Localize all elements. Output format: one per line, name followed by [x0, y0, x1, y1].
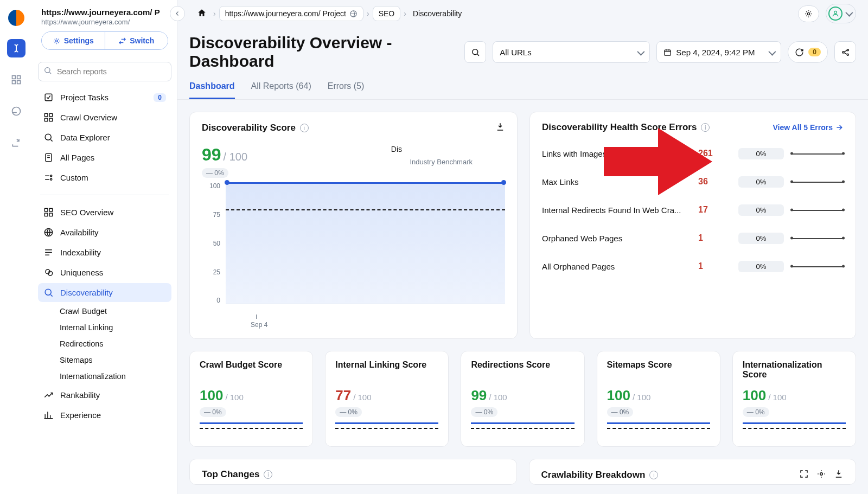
- top-changes-card: Top Changes i: [189, 459, 517, 485]
- svg-point-14: [50, 175, 52, 177]
- url-filter-dropdown[interactable]: All URLs: [493, 41, 650, 63]
- mini-score-denom: / 100: [353, 393, 371, 402]
- search-input[interactable]: [38, 62, 171, 81]
- error-row[interactable]: All Orphaned Pages 1 0%: [542, 260, 844, 273]
- subnav-internationalization[interactable]: Internationalization: [56, 368, 171, 384]
- mini-score-card[interactable]: Internationalization Score 100 / 100 — 0…: [732, 351, 856, 447]
- project-header: https://www.journeyera.com/ P https://ww…: [38, 8, 171, 54]
- nav-all-pages[interactable]: All Pages: [38, 148, 171, 167]
- refresh-button[interactable]: 0: [788, 41, 828, 63]
- settings-icon[interactable]: [816, 469, 826, 481]
- mini-score-value: 99: [471, 387, 487, 404]
- error-pct: 0%: [738, 176, 784, 188]
- mini-score-card[interactable]: Crawl Budget Score 100 / 100 — 0%: [189, 351, 313, 447]
- mini-score-value: 77: [335, 387, 351, 404]
- mini-score-value: 100: [743, 387, 766, 404]
- mini-score-title: Internal Linking Score: [335, 360, 438, 383]
- switch-button[interactable]: Switch: [105, 32, 168, 49]
- mini-score-delta: — 0%: [743, 407, 769, 417]
- nav-crawl-overview[interactable]: Crawl Overview: [38, 108, 171, 127]
- nav-indexability[interactable]: Indexability: [38, 243, 171, 262]
- error-pct: 0%: [738, 204, 784, 216]
- error-row[interactable]: Links with Images Missing Alt Tags 261 0…: [542, 147, 844, 160]
- error-sparkline: [792, 232, 844, 245]
- error-pct: 0%: [738, 233, 784, 244]
- collapse-sidebar-icon[interactable]: [170, 6, 185, 21]
- rail-export-icon[interactable]: [7, 133, 25, 152]
- svg-rect-7: [45, 94, 52, 101]
- score-delta: — 0%: [202, 168, 228, 178]
- nav-experience[interactable]: Experience: [38, 406, 171, 425]
- account-menu[interactable]: [826, 4, 856, 23]
- tab-errors[interactable]: Errors (5): [328, 81, 365, 99]
- rail-globe-icon[interactable]: [7, 102, 25, 120]
- nav-uniqueness[interactable]: Uniqueness: [38, 263, 171, 282]
- error-count: 1: [698, 261, 731, 271]
- svg-rect-28: [665, 50, 671, 55]
- rail-grid-icon[interactable]: [7, 70, 25, 89]
- mini-score-title: Internationalization Score: [743, 360, 846, 383]
- subnav-sitemaps[interactable]: Sitemaps: [56, 352, 171, 368]
- nav-rankability[interactable]: Rankability: [38, 386, 171, 405]
- error-name: All Orphaned Pages: [542, 262, 691, 271]
- error-row[interactable]: Internal Redirects Found In Web Cra... 1…: [542, 203, 844, 216]
- share-button[interactable]: [834, 41, 856, 63]
- mini-score-delta: — 0%: [200, 407, 226, 417]
- settings-button[interactable]: Settings: [42, 32, 105, 49]
- benchmark-label: Industry Benchmark: [410, 158, 473, 166]
- svg-point-6: [45, 68, 50, 73]
- app-logo: [8, 10, 24, 26]
- error-name: Links with Images Missing Alt Tags: [542, 149, 691, 158]
- crumb-seo[interactable]: SEO: [373, 6, 401, 21]
- error-count: 261: [698, 149, 731, 158]
- rail-projects-icon[interactable]: [7, 39, 25, 57]
- subnav-redirections[interactable]: Redirections: [56, 336, 171, 352]
- page-search-button[interactable]: [464, 41, 486, 63]
- info-icon[interactable]: i: [701, 123, 710, 132]
- error-row[interactable]: Max Links 36 0%: [542, 175, 844, 188]
- mini-score-title: Sitemaps Score: [607, 360, 710, 383]
- topbar: › https://www.journeyera.com/ Project › …: [177, 0, 868, 27]
- expand-icon[interactable]: [799, 469, 809, 481]
- info-icon[interactable]: i: [264, 470, 272, 479]
- mini-score-card[interactable]: Sitemaps Score 100 / 100 — 0%: [597, 351, 720, 447]
- svg-point-30: [847, 49, 848, 50]
- download-icon[interactable]: [495, 122, 505, 134]
- tab-dashboard[interactable]: Dashboard: [189, 81, 235, 99]
- nav-project-tasks[interactable]: Project Tasks 0: [38, 88, 171, 107]
- crumb-project[interactable]: https://www.journeyera.com/ Project: [219, 6, 363, 21]
- nav-data-explorer[interactable]: Data Explorer: [38, 128, 171, 147]
- svg-rect-17: [49, 208, 53, 211]
- error-row[interactable]: Orphaned Web Pages 1 0%: [542, 232, 844, 245]
- chevron-down-icon: [846, 9, 851, 18]
- info-icon[interactable]: i: [300, 124, 309, 132]
- nav-seo-overview[interactable]: SEO Overview: [38, 203, 171, 222]
- info-icon[interactable]: i: [649, 471, 658, 479]
- tab-all-reports[interactable]: All Reports (64): [251, 81, 311, 99]
- view-all-errors-link[interactable]: View All 5 Errors: [773, 123, 844, 132]
- nav-discoverability[interactable]: Discoverability: [38, 283, 171, 302]
- mini-score-denom: / 100: [633, 393, 650, 402]
- score-chart: 100 75 50 25 0: [202, 182, 505, 329]
- cards-container: Discoverability Score i 99 / 100 Dis Ind…: [177, 100, 868, 494]
- error-name: Orphaned Web Pages: [542, 234, 691, 243]
- mini-sparkline: [743, 422, 846, 440]
- date-filter-dropdown[interactable]: Sep 4, 2024, 9:42 PM: [656, 41, 781, 63]
- search-icon: [43, 66, 52, 77]
- mini-sparkline: [471, 422, 574, 440]
- mini-score-card[interactable]: Internal Linking Score 77 / 100 — 0%: [325, 351, 449, 447]
- topbar-settings-icon[interactable]: [798, 5, 819, 22]
- errors-card-title: Discoverability Health Score Errors: [542, 122, 697, 133]
- download-icon[interactable]: [834, 469, 844, 481]
- svg-point-12: [45, 134, 51, 140]
- mini-sparkline: [607, 422, 710, 440]
- svg-point-32: [820, 473, 823, 476]
- nav-availability[interactable]: Availability: [38, 223, 171, 242]
- mini-score-card[interactable]: Redirections Score 99 / 100 — 0%: [461, 351, 584, 447]
- search-reports: [38, 62, 171, 81]
- project-url: https://www.journeyera.com/: [41, 18, 168, 26]
- subnav-internal-linking[interactable]: Internal Linking: [56, 319, 171, 336]
- nav-custom[interactable]: Custom: [38, 168, 171, 187]
- crumb-home-icon[interactable]: [194, 6, 210, 22]
- subnav-crawl-budget[interactable]: Crawl Budget: [56, 303, 171, 319]
